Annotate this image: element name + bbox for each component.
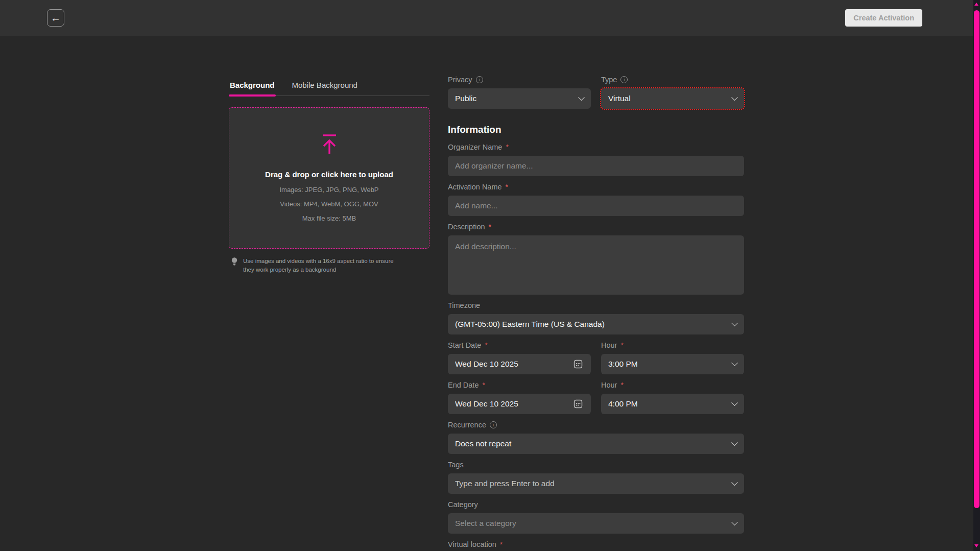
virtual-location-label: Virtual location * bbox=[448, 540, 744, 549]
virtual-location-label-text: Virtual location bbox=[448, 540, 496, 548]
type-label-text: Type bbox=[601, 76, 617, 84]
scrollbar-up-arrow-icon[interactable] bbox=[974, 3, 978, 6]
chevron-down-icon bbox=[731, 439, 738, 446]
info-icon: i bbox=[476, 76, 483, 83]
create-activation-button[interactable]: Create Activation bbox=[845, 9, 922, 27]
chevron-down-icon bbox=[731, 320, 738, 326]
tags-label: Tags bbox=[448, 460, 744, 469]
create-activation-page: ← Create Activation Background Mobile Ba… bbox=[0, 0, 980, 551]
type-field: Type i Virtual bbox=[601, 75, 744, 109]
start-hour-select[interactable]: 3:00 PM bbox=[601, 354, 744, 374]
category-label-text: Category bbox=[448, 500, 478, 509]
activation-name-label: Activation Name * bbox=[448, 182, 744, 191]
category-select[interactable]: Select a category bbox=[448, 513, 744, 534]
upload-arrow-icon bbox=[318, 132, 341, 158]
calendar-icon bbox=[572, 398, 584, 410]
start-hour-field: Hour * 3:00 PM bbox=[601, 341, 744, 374]
organizer-name-label: Organizer Name * bbox=[448, 142, 744, 152]
recurrence-select[interactable]: Does not repeat bbox=[448, 434, 744, 454]
chevron-down-icon bbox=[578, 94, 585, 101]
category-placeholder: Select a category bbox=[455, 519, 732, 528]
uploader-tabs: Background Mobile Background bbox=[229, 78, 429, 96]
aspect-ratio-hint: Use images and videos with a 16x9 aspect… bbox=[229, 257, 429, 274]
activation-name-input[interactable] bbox=[448, 196, 744, 216]
timezone-label-text: Timezone bbox=[448, 301, 480, 309]
required-asterisk: * bbox=[489, 223, 491, 231]
calendar-icon bbox=[572, 358, 584, 370]
information-section-title: Information bbox=[448, 124, 744, 135]
page-scrollbar[interactable] bbox=[973, 0, 980, 551]
type-select[interactable]: Virtual bbox=[601, 88, 744, 109]
organizer-label-text: Organizer Name bbox=[448, 143, 502, 151]
tags-input[interactable]: Type and press Enter to add bbox=[448, 473, 744, 494]
privacy-label-text: Privacy bbox=[448, 76, 472, 84]
tab-mobile-background[interactable]: Mobile Background bbox=[291, 78, 358, 95]
back-button[interactable]: ← bbox=[47, 9, 64, 27]
privacy-select[interactable]: Public bbox=[448, 88, 591, 109]
chevron-down-icon bbox=[731, 399, 738, 406]
privacy-value: Public bbox=[455, 94, 579, 103]
type-value: Virtual bbox=[608, 94, 732, 103]
scrollbar-thumb[interactable] bbox=[974, 10, 979, 508]
virtual-location-field: Virtual location * Add a location bbox=[448, 540, 744, 551]
start-hour-value: 3:00 PM bbox=[608, 360, 732, 369]
start-date-label: Start Date * bbox=[448, 341, 591, 350]
privacy-label: Privacy i bbox=[448, 75, 591, 84]
start-date-picker[interactable]: Wed Dec 10 2025 bbox=[448, 354, 591, 374]
organizer-name-field: Organizer Name * bbox=[448, 142, 744, 176]
scrollbar-down-arrow-icon[interactable] bbox=[974, 544, 978, 547]
end-hour-value: 4:00 PM bbox=[608, 399, 732, 409]
privacy-field: Privacy i Public bbox=[448, 75, 591, 109]
description-textarea[interactable] bbox=[448, 235, 744, 295]
chevron-down-icon bbox=[731, 360, 738, 366]
start-date-value: Wed Dec 10 2025 bbox=[455, 360, 572, 369]
timezone-label: Timezone bbox=[448, 301, 744, 310]
end-hour-field: Hour * 4:00 PM bbox=[601, 380, 744, 414]
description-label-text: Description bbox=[448, 223, 485, 231]
end-hour-label-text: Hour bbox=[601, 381, 617, 389]
hint-text: Use images and videos with a 16x9 aspect… bbox=[243, 257, 396, 274]
description-field: Description * bbox=[448, 222, 744, 295]
recurrence-label: Recurrence i bbox=[448, 420, 744, 429]
end-date-picker[interactable]: Wed Dec 10 2025 bbox=[448, 394, 591, 414]
tab-background[interactable]: Background bbox=[229, 78, 276, 95]
timezone-value: (GMT-05:00) Eastern Time (US & Canada) bbox=[455, 320, 732, 329]
tags-field: Tags Type and press Enter to add bbox=[448, 460, 744, 494]
recurrence-label-text: Recurrence bbox=[448, 421, 486, 429]
chevron-down-icon bbox=[731, 519, 738, 525]
tags-label-text: Tags bbox=[448, 461, 464, 469]
end-hour-select[interactable]: 4:00 PM bbox=[601, 394, 744, 414]
required-asterisk: * bbox=[482, 381, 485, 389]
background-uploader-panel: Background Mobile Background Drag & drop… bbox=[229, 78, 429, 274]
category-field: Category Select a category bbox=[448, 500, 744, 534]
top-bar: ← Create Activation bbox=[0, 0, 973, 36]
type-label: Type i bbox=[601, 75, 744, 84]
end-date-value: Wed Dec 10 2025 bbox=[455, 399, 572, 409]
info-icon: i bbox=[490, 421, 497, 428]
dropzone-images-formats: Images: JPEG, JPG, PNG, WebP bbox=[279, 185, 378, 195]
tags-placeholder: Type and press Enter to add bbox=[455, 479, 732, 488]
dropzone-max-size: Max file size: 5MB bbox=[302, 213, 356, 224]
chevron-down-icon bbox=[731, 479, 738, 486]
end-date-label: End Date * bbox=[448, 380, 591, 390]
lightbulb-icon bbox=[231, 257, 238, 269]
organizer-name-input[interactable] bbox=[448, 156, 744, 176]
start-date-label-text: Start Date bbox=[448, 341, 481, 349]
start-date-field: Start Date * Wed Dec 10 2025 bbox=[448, 341, 591, 374]
timezone-select[interactable]: (GMT-05:00) Eastern Time (US & Canada) bbox=[448, 314, 744, 334]
recurrence-value: Does not repeat bbox=[455, 439, 732, 448]
activation-form: Privacy i Public Type i Virtual In bbox=[448, 75, 744, 551]
timezone-field: Timezone (GMT-05:00) Eastern Time (US & … bbox=[448, 301, 744, 334]
required-asterisk: * bbox=[620, 341, 623, 349]
recurrence-field: Recurrence i Does not repeat bbox=[448, 420, 744, 454]
back-arrow-icon: ← bbox=[51, 13, 61, 23]
activation-name-field: Activation Name * bbox=[448, 182, 744, 216]
description-label: Description * bbox=[448, 222, 744, 231]
end-date-label-text: End Date bbox=[448, 381, 479, 389]
info-icon: i bbox=[620, 76, 628, 83]
upload-dropzone[interactable]: Drag & drop or click here to upload Imag… bbox=[229, 107, 429, 249]
end-date-field: End Date * Wed Dec 10 2025 bbox=[448, 380, 591, 414]
dropzone-videos-formats: Videos: MP4, WebM, OGG, MOV bbox=[280, 199, 378, 209]
end-hour-label: Hour * bbox=[601, 380, 744, 390]
required-asterisk: * bbox=[506, 183, 508, 191]
